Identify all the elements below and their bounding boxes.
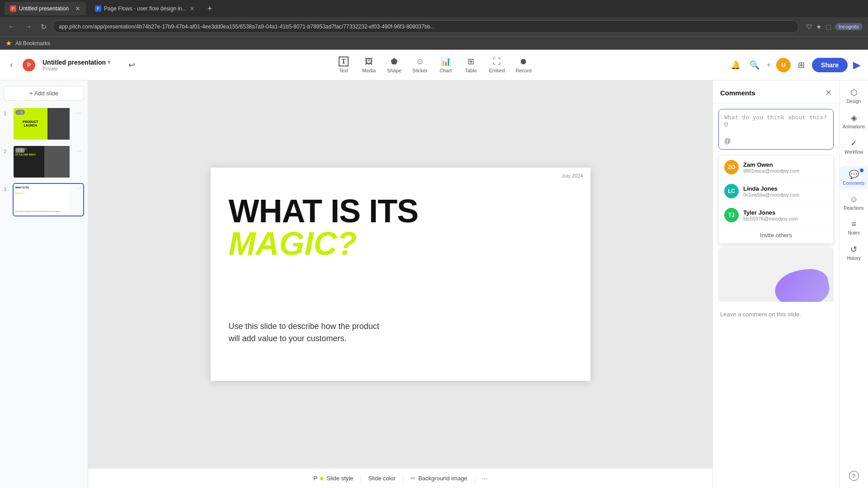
background-image-button[interactable]: ✏ Background image bbox=[405, 472, 472, 484]
history-label: History bbox=[847, 256, 861, 261]
header-right: 🔔 🔍 + U ⊞ Share ▶ bbox=[729, 58, 861, 72]
slide-color-label: Slide color bbox=[368, 475, 396, 482]
slide-thumb-3[interactable]: ··· WHAT IS ITS MAGIC? Use this slide to… bbox=[13, 183, 84, 216]
chart-icon: 📊 bbox=[441, 56, 451, 66]
animations-label: Animations bbox=[843, 124, 865, 129]
mention-email-zam: d901eace@moodjoy.com bbox=[743, 168, 799, 174]
browser-chrome: P Untitled presentation ✕ P Page Flows -… bbox=[0, 0, 868, 50]
incognito-badge: Incognito bbox=[835, 23, 863, 30]
browser-tab-2[interactable]: P Page Flows - user flow design in... ✕ bbox=[90, 2, 200, 15]
right-panel-help[interactable]: ? bbox=[840, 467, 868, 484]
forward-button[interactable]: → bbox=[22, 21, 34, 33]
toolbar-media-label: Media bbox=[362, 68, 376, 73]
slide-menu-1[interactable]: ··· bbox=[77, 110, 81, 116]
tab-close-2[interactable]: ✕ bbox=[189, 5, 195, 12]
presentation-title: Untitled presentation ▾ bbox=[42, 59, 110, 66]
slide-color-button[interactable]: Slide color bbox=[363, 472, 401, 484]
mention-item-zam[interactable]: ZO Zam Owen d901eace@moodjoy.com bbox=[719, 155, 833, 179]
notifications-button[interactable]: 🔔 bbox=[729, 58, 742, 72]
toolbar-text[interactable]: T Text bbox=[332, 54, 355, 76]
app-header: ‹ P Untitled presentation ▾ Private ↩ T … bbox=[0, 50, 868, 80]
search-button[interactable]: 🔍 bbox=[748, 58, 761, 72]
slide-magic-text: MAGIC? bbox=[229, 227, 419, 260]
browser-actions: 🛡 ★ ⬚ Incognito bbox=[806, 23, 863, 30]
toolbar-media[interactable]: 🖼 Media bbox=[357, 54, 381, 76]
toolbar-record[interactable]: ⏺ Record bbox=[511, 54, 536, 76]
undo-button[interactable]: ↩ bbox=[125, 58, 139, 72]
mention-info-linda: Linda Jones 0c1ea59a@moodjoy.com bbox=[743, 185, 799, 197]
add-slide-button[interactable]: + Add slide bbox=[4, 86, 84, 101]
embed-icon: ⛶ bbox=[493, 57, 501, 66]
address-bar[interactable]: app.pitch.com/app/presentation/4b74b27e-… bbox=[53, 20, 799, 33]
bookmarks-item[interactable]: All Bookmarks bbox=[15, 40, 50, 47]
right-panel-comments[interactable]: 💬 Comments bbox=[840, 166, 868, 189]
slide-number-3: 3 bbox=[4, 187, 9, 192]
design-label: Design bbox=[847, 99, 861, 104]
canvas-area: July 2024 WHAT IS ITS MAGIC? Use this sl… bbox=[88, 80, 712, 488]
toolbar-center: T Text 🖼 Media ⬟ Shape ☺ Sticker 📊 Chart… bbox=[332, 54, 536, 76]
browser-controls: ← → ↻ app.pitch.com/app/presentation/4b7… bbox=[0, 17, 868, 36]
presentation-private-label: Private bbox=[42, 66, 110, 71]
mention-avatar-linda: LC bbox=[724, 184, 739, 198]
bookmark-icon[interactable]: ★ bbox=[816, 23, 822, 30]
mention-avatar-zam: ZO bbox=[724, 160, 739, 174]
notes-label: Notes bbox=[848, 230, 859, 235]
chevron-down-icon[interactable]: ▾ bbox=[108, 59, 110, 66]
at-symbol[interactable]: @ bbox=[724, 137, 828, 145]
invite-others-button[interactable]: Invite others bbox=[719, 227, 833, 244]
comment-input-field[interactable]: What do you think about this?@ bbox=[724, 114, 828, 134]
back-nav-button[interactable]: ‹ bbox=[7, 58, 15, 71]
slide-menu-3[interactable]: ··· bbox=[77, 186, 81, 192]
right-panel-design[interactable]: ⬡ Design bbox=[840, 84, 868, 108]
cast-icon[interactable]: ⬚ bbox=[826, 23, 831, 30]
presentation-title-text: Untitled presentation bbox=[42, 59, 106, 66]
slide-item-1[interactable]: 1 ○1 ··· PRODUCTLAUNCH bbox=[4, 107, 84, 141]
new-tab-button[interactable]: + bbox=[204, 2, 216, 15]
slide-canvas[interactable]: July 2024 WHAT IS ITS MAGIC? Use this sl… bbox=[211, 168, 590, 381]
right-panel-reactions[interactable]: ☺ Reactions bbox=[840, 191, 868, 214]
slide-thumb-1[interactable]: ○1 ··· PRODUCTLAUNCH bbox=[13, 107, 84, 141]
grid-icon[interactable]: ⊞ bbox=[796, 58, 807, 72]
record-icon: ⏺ bbox=[519, 57, 528, 66]
toolbar-embed[interactable]: ⛶ Embed bbox=[485, 54, 509, 76]
slide-main-text: WHAT IS ITS MAGIC? bbox=[229, 195, 419, 260]
thumb3-magic: MAGIC? bbox=[15, 192, 24, 195]
comment-input-box[interactable]: What do you think about this?@ @ bbox=[718, 109, 834, 150]
comments-close-button[interactable]: ✕ bbox=[825, 88, 832, 98]
slide-item-2[interactable]: 2 ○1 ··· PRODUCTDESIGNSTYLE AND INSPO bbox=[4, 145, 84, 178]
comments-header: Comments ✕ bbox=[713, 80, 839, 103]
toolbar-sticker[interactable]: ☺ Sticker bbox=[408, 54, 432, 76]
slide-thumb-2[interactable]: ○1 ··· PRODUCTDESIGNSTYLE AND INSPO bbox=[13, 145, 84, 178]
slide-menu-2[interactable]: ··· bbox=[77, 148, 81, 154]
tab-close-1[interactable]: ✕ bbox=[75, 5, 80, 12]
toolbar-chart[interactable]: 📊 Chart bbox=[434, 54, 458, 76]
back-button[interactable]: ← bbox=[5, 21, 18, 33]
right-panel: ⬡ Design ◈ Animations ✓ Workflow 💬 Comme… bbox=[839, 80, 868, 488]
toolbar-shape[interactable]: ⬟ Shape bbox=[382, 54, 406, 76]
bookmark-star-icon: ★ bbox=[5, 39, 12, 47]
right-panel-history[interactable]: ↺ History bbox=[840, 241, 868, 264]
toolbar-sticker-label: Sticker bbox=[412, 68, 428, 73]
right-panel-notes[interactable]: ≡ Notes bbox=[840, 216, 868, 239]
mention-item-tyler[interactable]: TJ Tyler Jones fdc65976@moodjoy.com bbox=[719, 203, 833, 227]
comments-icon: 💬 bbox=[849, 169, 859, 179]
toolbar-text-label: Text bbox=[339, 68, 348, 73]
share-button[interactable]: Share bbox=[812, 58, 848, 72]
toolbar-table[interactable]: ⊞ Table bbox=[459, 54, 483, 76]
more-options-button[interactable]: ··· bbox=[477, 472, 493, 484]
reload-button[interactable]: ↻ bbox=[38, 21, 49, 33]
shield-icon[interactable]: 🛡 bbox=[806, 23, 812, 30]
mention-item-linda[interactable]: LC Linda Jones 0c1ea59a@moodjoy.com bbox=[719, 179, 833, 203]
user-avatar[interactable]: U bbox=[776, 58, 791, 72]
mention-email-linda: 0c1ea59a@moodjoy.com bbox=[743, 192, 799, 197]
thumb3-title: WHAT IS ITS bbox=[15, 187, 29, 189]
play-button[interactable]: ▶ bbox=[853, 59, 861, 71]
right-panel-animations[interactable]: ◈ Animations bbox=[840, 109, 868, 133]
toolbar-embed-label: Embed bbox=[489, 68, 505, 73]
slide-preview-in-comments bbox=[718, 248, 834, 302]
right-panel-workflow[interactable]: ✓ Workflow bbox=[840, 135, 868, 158]
bottom-toolbar: P Slide style Slide color ✏ Background i… bbox=[88, 468, 712, 488]
slide-style-button[interactable]: P Slide style bbox=[308, 472, 359, 484]
browser-tab-1[interactable]: P Untitled presentation ✕ bbox=[5, 2, 86, 15]
slide-item-3[interactable]: 3 ··· WHAT IS ITS MAGIC? Use this slide … bbox=[4, 183, 84, 216]
